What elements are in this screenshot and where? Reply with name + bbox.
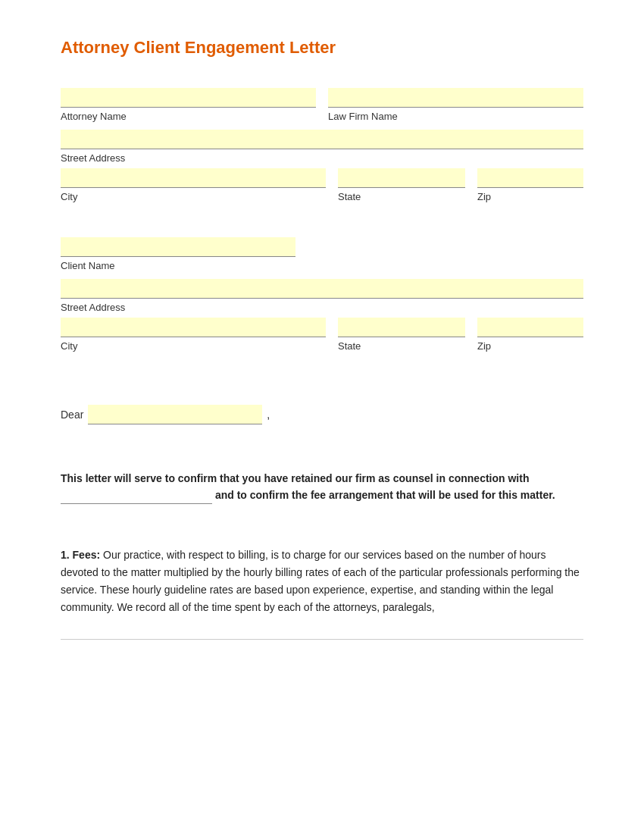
client-street-input[interactable] bbox=[61, 279, 583, 299]
client-zip-label: Zip bbox=[477, 340, 583, 352]
client-zip-input[interactable] bbox=[477, 318, 583, 337]
spacer-3 bbox=[61, 447, 583, 470]
client-state-label: State bbox=[338, 340, 465, 352]
attorney-city-input[interactable] bbox=[61, 168, 326, 188]
attorney-name-field: Attorney Name bbox=[61, 88, 316, 122]
attorney-state-label: State bbox=[338, 191, 465, 202]
intro-text-after: and to confirm the fee arrangement that … bbox=[215, 489, 555, 501]
client-street-row: Street Address bbox=[61, 279, 583, 313]
attorney-street-label: Street Address bbox=[61, 152, 583, 164]
fees-section: 1. Fees: Our practice, with respect to b… bbox=[61, 546, 583, 616]
spacer-1 bbox=[61, 215, 583, 237]
dear-name-input[interactable] bbox=[88, 405, 262, 424]
spacer-2 bbox=[61, 374, 583, 397]
client-city-state-zip-row: City State Zip bbox=[61, 318, 583, 352]
page-title: Attorney Client Engagement Letter bbox=[61, 38, 583, 58]
client-state-field: State bbox=[338, 318, 465, 352]
page-container: Attorney Client Engagement Letter Attorn… bbox=[0, 0, 644, 685]
dear-label: Dear bbox=[61, 409, 83, 421]
intro-paragraph: This letter will serve to confirm that y… bbox=[61, 470, 583, 504]
client-name-row: Client Name bbox=[61, 237, 583, 271]
attorney-info-section: Attorney Name Law Firm Name Street Addre… bbox=[61, 88, 583, 202]
attorney-city-field: City bbox=[61, 168, 326, 202]
intro-text-before: This letter will serve to confirm that y… bbox=[61, 472, 529, 484]
client-street-field: Street Address bbox=[61, 279, 583, 313]
client-info-section: Client Name Street Address City State Zi… bbox=[61, 237, 583, 352]
client-zip-field: Zip bbox=[477, 318, 583, 352]
attorney-state-input[interactable] bbox=[338, 168, 465, 188]
attorney-state-field: State bbox=[338, 168, 465, 202]
dear-comma: , bbox=[267, 409, 270, 421]
attorney-city-label: City bbox=[61, 191, 326, 202]
client-city-input[interactable] bbox=[61, 318, 326, 337]
attorney-zip-label: Zip bbox=[477, 191, 583, 202]
client-city-field: City bbox=[61, 318, 326, 352]
client-state-input[interactable] bbox=[338, 318, 465, 337]
bottom-divider bbox=[61, 639, 583, 640]
attorney-street-input[interactable] bbox=[61, 130, 583, 149]
fees-label: 1. Fees: bbox=[61, 549, 100, 561]
fees-text: Our practice, with respect to billing, i… bbox=[61, 549, 580, 613]
client-name-label: Client Name bbox=[61, 260, 295, 271]
client-name-field: Client Name bbox=[61, 237, 295, 271]
law-firm-name-input[interactable] bbox=[328, 88, 583, 108]
attorney-name-label: Attorney Name bbox=[61, 111, 316, 122]
attorney-name-input[interactable] bbox=[61, 88, 316, 108]
law-firm-name-field: Law Firm Name bbox=[328, 88, 583, 122]
client-name-input[interactable] bbox=[61, 237, 295, 257]
attorney-zip-field: Zip bbox=[477, 168, 583, 202]
law-firm-name-label: Law Firm Name bbox=[328, 111, 583, 122]
client-street-label: Street Address bbox=[61, 302, 583, 313]
attorney-zip-input[interactable] bbox=[477, 168, 583, 188]
attorney-street-field: Street Address bbox=[61, 130, 583, 164]
attorney-street-row: Street Address bbox=[61, 130, 583, 164]
connection-input[interactable] bbox=[61, 489, 212, 504]
attorney-lawfirm-row: Attorney Name Law Firm Name bbox=[61, 88, 583, 122]
client-city-label: City bbox=[61, 340, 326, 352]
spacer-4 bbox=[61, 524, 583, 546]
dear-row: Dear , bbox=[61, 405, 583, 424]
attorney-city-state-zip-row: City State Zip bbox=[61, 168, 583, 202]
